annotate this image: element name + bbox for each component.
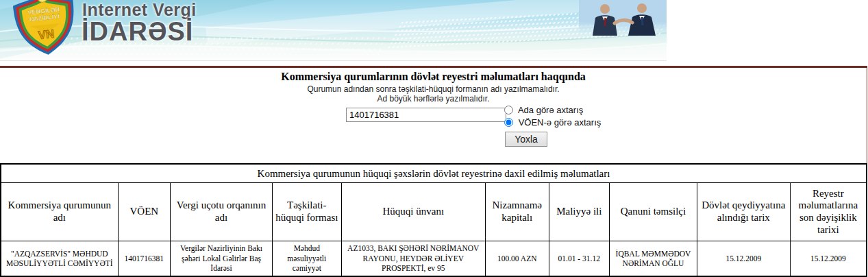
cell-charter-capital: 100.00 AZN — [485, 241, 549, 277]
column-header: VÖEN — [118, 183, 170, 241]
column-header: Hüquqi ünvanı — [341, 183, 485, 241]
form-note-1: Qurumun adından sonra təşkilati-hüquqi f… — [0, 84, 867, 94]
column-header: Nizamnamə kapitalı — [485, 183, 549, 241]
search-input[interactable] — [346, 108, 506, 122]
column-header: Qanuni təmsilçi — [610, 183, 697, 241]
tax-ministry-logo: VERGİLƏR NAZİRLİYİ VN — [5, 0, 85, 61]
cell-legal-form: Məhdud məsuliyyətli cəmiyyət — [272, 241, 341, 277]
radio-option-voen: VÖEN-ə görə axtarış — [504, 117, 601, 128]
check-button[interactable]: Yoxla — [505, 132, 547, 147]
table-caption: Kommersiya qurumunun hüquqi şəxslərin dö… — [1, 164, 867, 183]
radio-search-by-name-label: Ada görə axtarış — [518, 105, 583, 115]
cell-tax-authority: Vergilər Nazirliyinin Bakı şəhəri Lokal … — [171, 241, 273, 277]
table-header-row: Kommersiya qurumunun adı VÖEN Vergi uçot… — [1, 183, 867, 241]
radio-option-name: Ada görə axtarış — [504, 105, 583, 115]
cell-voen: 1401716381 — [118, 241, 170, 277]
site-title-line2: İDARƏSİ — [82, 17, 193, 47]
cell-legal-address: AZ1033, BAKI ŞƏHƏRİ NƏRİMANOV RAYONU, HE… — [341, 241, 485, 277]
main-content-panel: Kommersiya qurumlarının dövlət reyestri … — [0, 66, 867, 277]
column-header: Reyestr məlumatlarına son dəyişiklik tar… — [790, 183, 867, 241]
radio-search-by-name[interactable] — [504, 106, 513, 115]
column-header: Maliyyə ili — [549, 183, 610, 241]
column-header: Kommersiya qurumunun adı — [1, 183, 118, 241]
column-header: Dövlət qeydiyyatına alındığı tarix — [697, 183, 790, 241]
cell-fiscal-year: 01.01 - 31.12 — [549, 241, 610, 277]
cell-company-name: "AZQAZSERVİS" MƏHDUD MƏSULİYYƏTLİ CƏMİYY… — [1, 241, 118, 277]
radio-search-by-voen[interactable] — [504, 118, 513, 127]
header-banner: VERGİLƏR NAZİRLİYİ VN Internet Vergi İDA… — [0, 0, 667, 61]
registry-table: Kommersiya qurumunun hüquqi şəxslərin dö… — [0, 163, 867, 277]
cell-legal-representative: İQBAL MƏMMƏDOV NƏRİMAN OĞLU — [610, 241, 697, 277]
businessmen-photo — [579, 0, 667, 36]
cell-registration-date: 15.12.2009 — [697, 241, 790, 277]
column-header: Təşkilati-hüquqi forması — [272, 183, 341, 241]
column-header: Vergi uçotu orqanının adı — [171, 183, 273, 241]
page-title: Kommersiya qurumlarının dövlət reyestri … — [0, 71, 867, 83]
cell-last-change-date: 15.12.2009 — [790, 241, 867, 277]
table-row: "AZQAZSERVİS" MƏHDUD MƏSULİYYƏTLİ CƏMİYY… — [1, 241, 867, 277]
svg-text:VN: VN — [38, 27, 55, 42]
form-note-2: Ad böyük hərflərlə yazılmalıdır. — [0, 94, 867, 104]
radio-search-by-voen-label: VÖEN-ə görə axtarış — [519, 117, 602, 128]
